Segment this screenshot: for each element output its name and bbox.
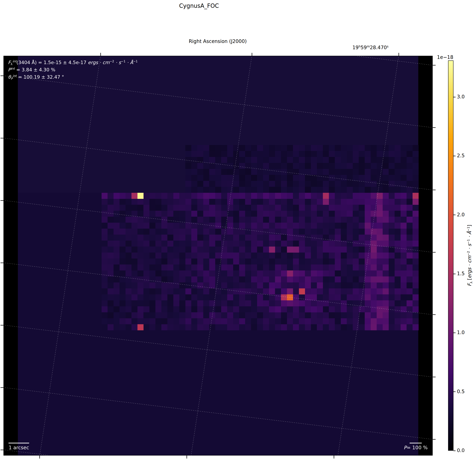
colorbar-offset-label: 1e−18 <box>434 54 453 60</box>
polarization-scalebar-label: P= 100 % <box>393 445 428 451</box>
left-axis-tick <box>0 75 3 76</box>
colorbar-tick-mark <box>453 451 456 451</box>
angle-annotation: θPint = 100.19 ± 32.47 ° <box>8 74 164 81</box>
colorbar-tick-label: 3.0 <box>457 94 473 100</box>
colorbar-tick-mark <box>453 156 456 156</box>
bottom-axis-tick <box>334 456 334 459</box>
right-axis-tick <box>433 314 436 315</box>
measurement-annotation: Fλint(3404 Å) = 1.5e-15 ± 4.5e-17 ergs ·… <box>8 59 164 81</box>
right-axis-tick <box>433 439 436 440</box>
colorbar-axis-label: Fλ [ergs · cm−2 · s−1 · Å−1] <box>467 203 474 308</box>
bottom-axis-tick <box>187 456 187 459</box>
colorbar-tick-label: 1.5 <box>457 271 473 276</box>
bottom-axis-tick <box>39 456 40 459</box>
ra-tick-label: 19h59m28.470s <box>344 45 396 50</box>
colorbar-tick-label: 0.5 <box>457 389 473 394</box>
arcsec-scalebar-line <box>8 443 29 443</box>
colorbar-tick-label: 1.0 <box>457 330 473 335</box>
right-axis-tick <box>433 252 436 252</box>
top-axis-tick <box>399 53 399 56</box>
page-title: CygnusA_FOC <box>176 2 222 9</box>
colorbar-tick-mark <box>453 333 456 333</box>
top-axis-tick <box>252 53 252 56</box>
polarization-annotation: Pint = 3.84 ± 4.30 % <box>8 66 164 74</box>
right-axis-tick <box>433 377 436 377</box>
colorbar-tick-mark <box>453 215 456 215</box>
right-axis-tick <box>433 65 436 66</box>
flux-annotation: Fλint(3404 Å) = 1.5e-15 ± 4.5e-17 ergs ·… <box>8 59 164 66</box>
left-axis-tick <box>0 325 3 325</box>
sky-image-plot <box>3 56 433 456</box>
left-axis-tick <box>0 450 3 450</box>
colorbar-tick-mark <box>453 274 456 274</box>
colorbar-tick-mark <box>453 392 456 392</box>
colorbar-tick-mark <box>453 97 456 97</box>
colorbar-tick-label: 2.5 <box>457 153 473 159</box>
top-axis-tick <box>100 53 101 56</box>
right-ascension-axis-label: Right Ascension (J2000) <box>183 38 252 44</box>
figure: CygnusA_FOC Right Ascension (J2000) 19h5… <box>0 0 476 459</box>
left-axis-tick <box>0 200 3 201</box>
left-axis-tick <box>0 138 3 138</box>
right-axis-tick <box>433 127 436 128</box>
heatmap-canvas <box>3 56 433 456</box>
colorbar-tick-label: 2.0 <box>457 212 473 217</box>
left-axis-tick <box>0 263 3 263</box>
left-axis-tick <box>0 387 3 388</box>
colorbar-tick-label: 0.0 <box>457 448 473 453</box>
polarization-scalebar-line <box>410 443 422 443</box>
arcsec-scalebar-label: 1 arcsec <box>9 445 29 451</box>
right-axis-tick <box>433 190 436 190</box>
colorbar-gradient <box>448 60 453 451</box>
